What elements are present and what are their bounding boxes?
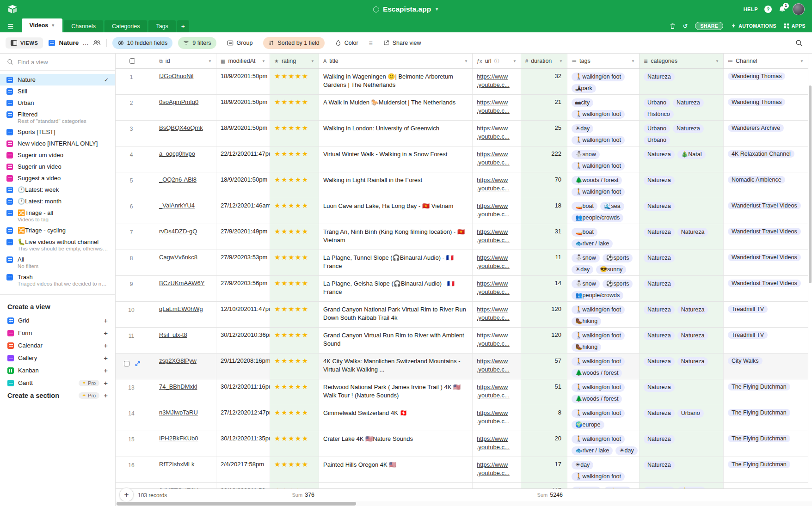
url-link[interactable]: .youtube.c... [477, 288, 517, 296]
table-row[interactable]: 1fJGoOhuoNil18/9/20201:50pm★★★★★Walking … [116, 69, 808, 95]
column-header-tags[interactable]: ≔tags▼ [567, 54, 640, 68]
cell-rating[interactable]: ★★★★★ [270, 405, 319, 431]
cell-rating[interactable]: ★★★★★ [270, 146, 319, 172]
cell-url[interactable]: https://www.youtube.c... [473, 276, 521, 301]
plus-icon[interactable]: + [104, 317, 108, 324]
cell-title[interactable]: Walking in Light Rainfall in the Forest [319, 172, 473, 198]
url-link[interactable]: https://www [477, 176, 517, 184]
url-link[interactable]: https://www [477, 435, 517, 443]
horizontal-scrollbar-thumb[interactable] [117, 502, 356, 506]
url-link[interactable]: https://www [477, 331, 517, 340]
cell-duration[interactable]: 117 [521, 483, 567, 488]
cell-duration[interactable]: 51 [521, 379, 567, 405]
sidebar-view-still[interactable]: Still [0, 85, 115, 97]
cell-channel[interactable]: Nomadic Ambience [724, 172, 808, 198]
column-header-categories[interactable]: ≣categories▼ [640, 54, 724, 68]
cell-id[interactable]: _VaiAnrkYU4 [147, 198, 216, 224]
group-button[interactable]: Group [222, 37, 258, 49]
cell-duration[interactable]: 25 [521, 121, 567, 146]
table-row[interactable]: 14n3MJiwpTaRU27/12/202012:47pm★★★★★Gimme… [116, 405, 808, 431]
cell-modified-at[interactable]: 27/9/20203:56pm [216, 276, 270, 301]
hamburger-menu-icon[interactable]: ☰ [7, 23, 13, 30]
sidebar-view-all[interactable]: AllNo filters [0, 254, 115, 271]
table-row[interactable]: 8CagwVv6nkc827/9/20203:53pm★★★★★La Plagn… [116, 250, 808, 276]
cell-url[interactable]: https://www.youtube.c... [473, 95, 521, 120]
cell-categories[interactable]: UrbanoNaturezaHistórico [640, 95, 724, 120]
create-form-button[interactable]: Form+ [7, 327, 108, 339]
cell-modified-at[interactable]: 27/12/202012:47pm [216, 405, 270, 431]
cell-duration[interactable]: 18 [521, 198, 567, 224]
tab-channels[interactable]: Channels [64, 20, 103, 32]
cell-tags[interactable]: 🚶walking/on foot🏞park [567, 69, 640, 94]
table-row[interactable]: 11Rsil_ulx-t830/12/202010:36pm★★★★★Grand… [116, 328, 808, 354]
sidebar-view-filtered[interactable]: FilteredRest of "standard" categories [0, 109, 115, 126]
collaborators-icon[interactable] [93, 40, 101, 46]
cell-tags[interactable]: 🌲woods / forest🚶walking/on foot [567, 172, 640, 198]
cell-duration[interactable]: 70 [521, 172, 567, 198]
table-row[interactable]: 4a_oqcg0hvpo22/12/202011:47pm★★★★★Virtua… [116, 146, 808, 172]
view-options-icon[interactable]: … [82, 39, 89, 46]
cell-id[interactable]: Rsil_ulx-t8 [147, 328, 216, 353]
cell-tags[interactable]: 🚶walking/on foot🌍europe [567, 405, 640, 431]
horizontal-scrollbar[interactable] [116, 501, 812, 506]
cell-categories[interactable]: UrbanoNaturezaUrbano [640, 121, 724, 146]
url-link[interactable]: https://www [477, 98, 517, 107]
cell-categories[interactable]: Natureza [640, 172, 724, 198]
record-id-link[interactable]: _VaiAnrkYU4 [159, 202, 195, 209]
table-row[interactable]: 20soAgmPmfq018/9/20201:50pm★★★★★A Walk i… [116, 95, 808, 121]
sidebar-view-nature[interactable]: Nature✓ [0, 74, 115, 85]
record-id-link[interactable]: RfT2IshxMLk [159, 461, 195, 468]
cell-categories[interactable]: Natureza [640, 431, 724, 457]
cell-url[interactable]: https://www.youtube.c... [473, 405, 521, 431]
cell-title[interactable]: Virtual Winter Walk - Walking in a Snow … [319, 146, 473, 172]
cell-channel[interactable]: The Flying Dutchman [724, 405, 808, 431]
cell-url[interactable]: https://www.youtube.c... [473, 121, 521, 146]
cell-id[interactable]: qLaLmEW0hWg [147, 302, 216, 327]
cell-tags[interactable]: 🚶walking/on foot🐟river / lake☀day [567, 431, 640, 457]
cell-title[interactable]: A Walk in Muiden 🐎Muiderslot | The Nethe… [319, 95, 473, 120]
cell-channel[interactable]: Treadmill TV [724, 328, 808, 353]
record-id-link[interactable]: fJGoOhuoNil [159, 73, 193, 79]
table-row[interactable]: 3BsQBQX4oQmk18/9/20201:50pm★★★★★Walking … [116, 121, 808, 146]
url-link[interactable]: .youtube.c... [477, 107, 517, 115]
url-link[interactable]: .youtube.c... [477, 184, 517, 193]
url-link[interactable]: https://www [477, 124, 517, 133]
cell-url[interactable]: https://www.youtube.c... [473, 483, 521, 488]
sidebar-view--live-videos-without-channel[interactable]: 🐛Live videos without channelThis view sh… [0, 236, 115, 254]
sidebar-view-sugerir-um-v-deo[interactable]: Sugerir um vídeo [0, 149, 115, 161]
create-kanban-button[interactable]: Kanban+ [7, 364, 108, 377]
cell-rating[interactable]: ★★★★★ [270, 483, 319, 488]
cell-categories[interactable]: NaturezaNatureza [640, 224, 724, 250]
cell-rating[interactable]: ★★★★★ [270, 172, 319, 198]
cell-title[interactable]: Luon Cave and Lake, Ha Long Bay - 🇻🇳 Vie… [319, 198, 473, 224]
cell-rating[interactable]: ★★★★★ [270, 431, 319, 457]
cell-rating[interactable]: ★★★★★ [270, 457, 319, 482]
url-link[interactable]: https://www [477, 461, 517, 469]
cell-tags[interactable]: ☀day🚶walking/on foot [567, 457, 640, 482]
url-link[interactable]: .youtube.c... [477, 314, 517, 322]
column-header-id[interactable]: ⧉id▼ [147, 54, 216, 68]
help-button[interactable]: HELP [744, 6, 758, 12]
cell-duration[interactable]: 21 [521, 95, 567, 120]
chevron-down-icon[interactable]: ▼ [311, 59, 314, 63]
url-link[interactable]: https://www [477, 150, 517, 159]
cell-duration[interactable]: 20 [521, 431, 567, 457]
cell-tags[interactable]: 🛷sleigh🌙night [567, 483, 640, 488]
cell-id[interactable]: rvDs4DZD-gQ [147, 224, 216, 250]
sidebar-view-urban[interactable]: Urban [0, 97, 115, 109]
sidebar-view--latest-month[interactable]: 🕐Latest: month [0, 195, 115, 207]
create-section-button[interactable]: Create a section ✦Pro + [7, 389, 108, 402]
cell-channel[interactable]: Treadmill TV [724, 302, 808, 327]
cell-rating[interactable]: ★★★★★ [270, 379, 319, 405]
record-id-link[interactable]: n3MJiwpTaRU [159, 409, 198, 416]
cell-tags[interactable]: ☀day🚶walking/on foot [567, 121, 640, 146]
sidebar-view-sports-test-[interactable]: Sports [TEST] [0, 126, 115, 138]
record-id-link[interactable]: qLaLmEW0hWg [159, 305, 203, 312]
help-question-icon[interactable]: ? [764, 6, 772, 13]
cell-modified-at[interactable]: 18/9/20201:50pm [216, 69, 270, 94]
cell-categories[interactable]: Natureza [640, 457, 724, 482]
cell-url[interactable]: https://www.youtube.c... [473, 354, 521, 379]
cell-tags[interactable]: ⛄snow⚽sports☀day😎sunny [567, 250, 640, 275]
chevron-down-icon[interactable]: ▼ [800, 59, 804, 63]
notifications-button[interactable]: 1 [778, 6, 786, 13]
